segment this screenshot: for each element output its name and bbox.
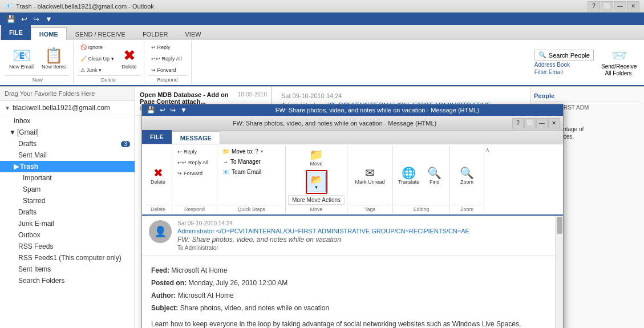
ribbon-right: 🔍 Search People Address Book Filter Emai… [531,41,642,84]
sidebar-account[interactable]: ▼ blackwell.bella1921@gmail.com [0,101,135,115]
sidebar-item-drafts2[interactable]: Drafts [0,206,135,218]
tab-file[interactable]: FILE [1,25,31,40]
sidebar-item-sent-mail[interactable]: Sent Mail [0,149,135,161]
qs-team-email-label: Team Email [232,169,261,175]
modal-find-btn[interactable]: 🔍 Find [424,165,444,187]
main-content: Drag Your Favorite Folders Here ▼ blackw… [0,87,644,328]
help-btn[interactable]: ? [588,1,600,11]
delete-group-label: Delete [77,75,140,83]
junk-button[interactable]: ⚠ Junk ▾ [77,65,118,75]
modal-qat-dropdown[interactable]: ▼ [179,106,188,114]
search-people-icon: 🔍 [538,51,546,59]
modal-respond-buttons: ↩ Reply ↩↩ Reply All ↪ Forward [175,147,214,205]
quick-steps-list: 📁 Move to: ? ▾ → To Manager 📧 Team Email [220,147,283,205]
sidebar-item-important[interactable]: Important [0,172,135,184]
ribbon-collapse[interactable]: ∧ [484,145,491,213]
modal-help-btn[interactable]: ? [512,118,524,128]
sidebar-item-gmail[interactable]: ▼ [Gmail] [0,127,135,138]
qat-dropdown[interactable]: ▼ [43,14,54,24]
sidebar-item-spam[interactable]: Spam [0,184,135,195]
modal-reply-all-btn[interactable]: ↩↩ Reply All [175,157,214,168]
modal-forward-icon: ↪ [177,171,182,176]
qs-move-to[interactable]: 📁 Move to: ? ▾ [220,147,283,156]
modal-delete-btn[interactable]: ✖ Delete [147,165,169,187]
modal-zoom-btn[interactable]: 🔍 Zoom [457,165,477,187]
send-receive-label: Send/Receive All Folders [601,63,635,77]
modal-zoom-group-label: Zoom [452,205,481,212]
modal-tab-file[interactable]: FILE [142,130,172,144]
sidebar-item-rss1[interactable]: RSS Feeds1 (This computer only) [0,252,135,264]
tab-send-receive[interactable]: SEND / RECEIVE [67,27,134,40]
modal-qat-redo[interactable]: ↪ [169,106,177,114]
sidebar-item-sent-items[interactable]: Sent Items [0,264,135,275]
sender-avatar: 👤 [149,220,172,243]
sidebar-item-junk[interactable]: Junk E-mail [0,218,135,229]
collapse-icon[interactable]: ∧ [485,147,489,153]
modal-zoom-icon: 🔍 [460,167,474,179]
delete-button[interactable]: ✖ Delete [119,46,140,72]
respond-group-label: Respond [148,75,188,83]
filter-email-link[interactable]: Filter Email [534,69,594,75]
modal-delete-icon: ✖ [153,167,163,179]
modal-group-respond: ↩ Reply ↩↩ Reply All ↪ Forward [172,145,217,213]
qs-to-manager-label: To Manager [230,159,261,165]
tab-home[interactable]: HOME [31,27,67,40]
modal-tab-message[interactable]: MESSAGE [172,131,220,144]
send-receive-all[interactable]: 📨 Send/Receive All Folders [598,47,638,79]
email-date: 18-05-2010 [238,91,267,98]
modal-minimize-btn[interactable]: — [536,118,548,128]
sidebar-item-rss[interactable]: RSS Feeds [0,241,135,252]
junk-icon: ⚠ [80,67,85,73]
modal-respond-group-label: Respond [175,205,214,212]
forward-icon: ↪ [151,67,156,73]
modal-restore-btn[interactable]: ⬜ [524,118,536,128]
cleanup-button[interactable]: 🧹 Clean Up ▾ [77,54,118,64]
sidebar-item-search[interactable]: Search Folders [0,275,135,286]
modal-qat-undo[interactable]: ↩ [159,106,167,114]
modal-reply-btn[interactable]: ↩ Reply [175,147,214,157]
modal-mark-unread-btn[interactable]: ✉ Mark Unread [353,165,388,187]
minimize-btn[interactable]: — [614,1,626,11]
modal-delete-buttons: ✖ Delete [147,147,169,205]
modal-move-btn[interactable]: 📁 Move [306,147,326,169]
sidebar-item-starred[interactable]: Starred [0,195,135,206]
scrollbar-thumb [557,217,562,234]
reply-all-button[interactable]: ↩↩ Reply All [148,54,188,64]
forward-button[interactable]: ↪ Forward [148,65,188,75]
modal-move-more-btn[interactable]: 📂 ▼ [307,172,326,192]
sidebar-item-outbox[interactable]: Outbox [0,229,135,241]
sidebar-item-trash[interactable]: ▶ Trash [0,161,135,172]
qat-undo[interactable]: ↩ [19,14,29,24]
modal-author-value: Microsoft At Home [178,291,234,299]
cleanup-icon: 🧹 [80,56,87,62]
people-header: People [534,90,641,102]
sidebar-item-inbox[interactable]: Inbox [0,115,135,127]
qs-to-manager[interactable]: → To Manager [220,157,283,167]
new-group-label: New [6,75,70,83]
more-move-actions-label[interactable]: More Move Actions [288,195,345,205]
new-items-button[interactable]: 📋 New Items [38,46,70,72]
modal-email-body: Feed: Microsoft At Home Posted on: Monda… [142,256,555,328]
modal-translate-btn[interactable]: 🌐 Translate [395,165,422,187]
modal-close-btn[interactable]: ✕ [548,118,560,128]
ignore-button[interactable]: 🚫 Ignore [77,42,118,52]
qat-redo[interactable]: ↪ [31,14,41,24]
modal-scrollbar[interactable] [555,216,563,328]
qat-save[interactable]: 💾 [5,14,17,24]
qs-team-email[interactable]: 📧 Team Email [220,167,283,177]
new-email-button[interactable]: 📧 New Email [6,46,37,72]
sidebar-item-drafts[interactable]: Drafts 3 [0,138,135,149]
qs-move-to-arrow: ▾ [261,149,263,154]
reply-button[interactable]: ↩ Reply [148,42,188,52]
modal-forward-btn[interactable]: ↪ Forward [175,168,214,179]
tab-folder[interactable]: FOLDER [134,27,177,40]
close-btn[interactable]: ✕ [627,1,639,11]
search-people-box[interactable]: 🔍 Search People [534,50,594,60]
modal-body-intro: Learn how to keep everyone in the loop b… [151,319,546,328]
tab-view[interactable]: VIEW [177,27,210,40]
address-book-link[interactable]: Address Book [534,62,594,68]
ribbon-group-delete: 🚫 Ignore 🧹 Clean Up ▾ ⚠ Junk ▾ [74,41,144,84]
restore-btn[interactable]: ⬜ [601,1,613,11]
modal-qat-save[interactable]: 💾 [145,106,156,114]
modal-email-subject-fw: FW: Share photos, video, and notes while… [177,236,548,244]
